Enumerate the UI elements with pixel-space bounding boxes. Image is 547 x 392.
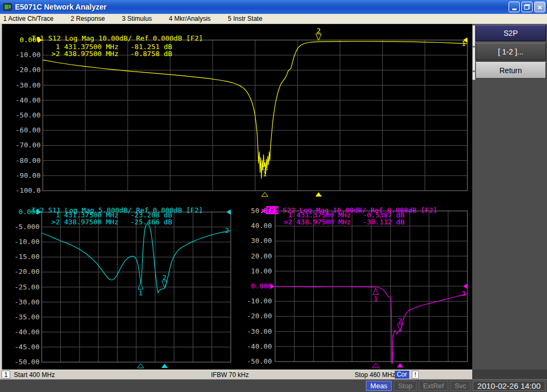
y-axis-label: -60.00 bbox=[3, 126, 41, 134]
menu-response[interactable]: 2 Response bbox=[67, 15, 111, 22]
y-axis-label: -20.00 bbox=[235, 312, 272, 320]
marker-number: >2 bbox=[48, 218, 60, 225]
status-bar-filler bbox=[472, 370, 547, 379]
y-axis-label: -40.00 bbox=[2, 328, 40, 336]
y-axis-label: -40.00 bbox=[3, 96, 41, 104]
status-stop: Stop bbox=[394, 381, 417, 391]
marker-number: >2 bbox=[280, 218, 292, 225]
marker-1-triangle-icon[interactable] bbox=[373, 288, 378, 295]
marker-2-number: 2 bbox=[398, 317, 402, 325]
marker-1-stimulus-icon[interactable] bbox=[137, 364, 144, 368]
marker-readout-tr3: 1431.37500 MHz-0.5387 dB >2438.97500 MHz… bbox=[280, 211, 404, 225]
y-axis-label: -30.00 bbox=[3, 81, 41, 89]
y-axis-label: -35.00 bbox=[2, 313, 40, 321]
marker-frequency: 438.97500 MHz bbox=[64, 218, 129, 225]
softkey-1-2[interactable]: [ 1-2 ]... bbox=[475, 43, 546, 60]
marker-2-triangle-icon[interactable] bbox=[316, 34, 321, 41]
status-extref: ExtRef bbox=[419, 381, 448, 391]
y-axis-label: 0.000 bbox=[235, 282, 272, 290]
trace3-name-active: Tr3 bbox=[266, 206, 278, 214]
y-axis-label: -10.00 bbox=[235, 297, 272, 305]
minimize-button[interactable] bbox=[509, 2, 520, 12]
close-icon: × bbox=[537, 3, 542, 11]
marker-value: -25.466 dB bbox=[130, 218, 172, 225]
y-axis-label: 40.00 bbox=[235, 222, 272, 230]
ref-level-right-icon bbox=[463, 284, 467, 289]
channel-number-badge: 1 bbox=[2, 371, 10, 379]
title-bar: E5071C Network Analyzer × bbox=[0, 0, 547, 14]
restore-icon bbox=[524, 4, 530, 10]
menu-mkr-analysis[interactable]: 4 Mkr/Analysis bbox=[166, 15, 217, 22]
window-title: E5071C Network Analyzer bbox=[15, 3, 106, 11]
marker-2-number: 2 bbox=[316, 27, 321, 35]
ifbw-label: IFBW 70 kHz bbox=[211, 371, 249, 379]
minimize-icon bbox=[512, 9, 517, 10]
marker-value: -0.8758 dB bbox=[130, 50, 172, 57]
marker-frequency: 438.97500 MHz bbox=[296, 218, 362, 225]
softkey-return[interactable]: Return bbox=[475, 62, 546, 79]
y-axis-label: -70.00 bbox=[3, 141, 41, 149]
marker-1-triangle-icon[interactable] bbox=[138, 283, 143, 289]
y-axis-label: -80.00 bbox=[3, 156, 41, 164]
menu-active-ch-trace[interactable]: 1 Active Ch/Trace bbox=[0, 15, 60, 22]
status-svc: Svc bbox=[450, 381, 471, 391]
y-axis-label: 20.00 bbox=[235, 252, 272, 260]
menu-instr-state[interactable]: 5 Instr State bbox=[224, 15, 269, 22]
y-axis-label: -10.00 bbox=[2, 238, 40, 246]
app-icon bbox=[3, 3, 12, 11]
y-axis-label: -30.00 bbox=[235, 327, 272, 335]
analyzer-screen: 121122123 Tr1 S12 Log Mag 10.00dB/ Ref 0… bbox=[0, 24, 472, 370]
y-axis-label: -40.00 bbox=[235, 342, 272, 350]
marker-readout-tr2: 1431.37500 MHz-23.208 dB >2438.97500 MHz… bbox=[48, 211, 172, 225]
y-axis-label: -100.0 bbox=[3, 186, 41, 194]
status-meas: Meas bbox=[366, 381, 392, 391]
marker-2-stimulus-icon[interactable] bbox=[315, 192, 322, 197]
menu-bar: 1 Active Ch/Trace 2 Response 3 Stimulus … bbox=[0, 14, 547, 24]
marker-1-number: 1 bbox=[263, 170, 267, 178]
marker-frequency: 438.97500 MHz bbox=[64, 50, 129, 57]
y-axis-label: -90.00 bbox=[3, 171, 41, 179]
y-axis-label: -50.00 bbox=[235, 357, 272, 365]
marker-row: >2438.97500 MHz-25.466 dB bbox=[48, 218, 172, 225]
y-axis-label: -50.00 bbox=[3, 111, 41, 119]
marker-2-stimulus-icon[interactable] bbox=[397, 363, 403, 367]
marker-1-stimulus-icon[interactable] bbox=[372, 363, 379, 367]
stimulus-status-bar: 1 Start 400 MHz IFBW 70 kHz Stop 460 MHz… bbox=[0, 370, 472, 379]
trace1-header-text: Tr1 S12 Log Mag 10.00dB/ Ref 0.000dB [F2… bbox=[32, 34, 203, 42]
softkey-s2p[interactable]: S2P bbox=[475, 25, 546, 41]
menu-stimulus[interactable]: 3 Stimulus bbox=[119, 15, 158, 22]
y-axis-label: -20.00 bbox=[2, 268, 40, 276]
y-axis-label: -45.00 bbox=[2, 343, 40, 351]
clock: 2010-02-26 14:00 bbox=[473, 381, 545, 391]
stop-frequency-label: Stop 460 MHz bbox=[355, 371, 395, 379]
y-axis-label: -30.00 bbox=[2, 298, 40, 306]
correction-badge: Cor bbox=[395, 371, 409, 379]
y-axis-label: -10.00 bbox=[3, 51, 41, 59]
trace-number-label: 3 bbox=[462, 289, 466, 297]
y-axis-label: -20.00 bbox=[3, 66, 41, 74]
restore-button[interactable] bbox=[521, 2, 533, 12]
y-axis-label: 10.00 bbox=[235, 267, 272, 275]
trace-number-label: 1 bbox=[462, 40, 466, 48]
close-button[interactable]: × bbox=[534, 2, 545, 12]
active-trace-arrow-icon: ▶ bbox=[262, 206, 266, 214]
marker-row: >2438.97500 MHz-0.8758 dB bbox=[48, 50, 172, 57]
y-axis-label: 30.00 bbox=[235, 237, 272, 245]
y-axis-label: -25.00 bbox=[2, 283, 40, 291]
softkey-sidebar: S2P [ 1-2 ]... Return bbox=[472, 24, 547, 379]
marker-2-stimulus-icon[interactable] bbox=[161, 364, 168, 368]
marker-1-number: 1 bbox=[138, 289, 143, 297]
trace-number-label: 2 bbox=[225, 226, 229, 234]
marker-1-number: 1 bbox=[373, 295, 378, 303]
alert-badge: ! bbox=[412, 371, 419, 379]
y-axis-label: -5.000 bbox=[2, 223, 40, 231]
marker-1-stimulus-icon[interactable] bbox=[262, 192, 268, 197]
instrument-taskbar: Meas Stop ExtRef Svc 2010-02-26 14:00 bbox=[0, 379, 547, 392]
marker-2-number: 2 bbox=[162, 273, 167, 281]
y-axis-label: -50.00 bbox=[2, 358, 40, 366]
marker-value: -30.112 dB bbox=[363, 218, 404, 225]
marker-number: >2 bbox=[48, 50, 60, 57]
marker-row: >2438.97500 MHz-30.112 dB bbox=[280, 218, 404, 225]
start-frequency-label: Start 400 MHz bbox=[14, 371, 55, 379]
ref-level-right-icon bbox=[226, 209, 231, 215]
